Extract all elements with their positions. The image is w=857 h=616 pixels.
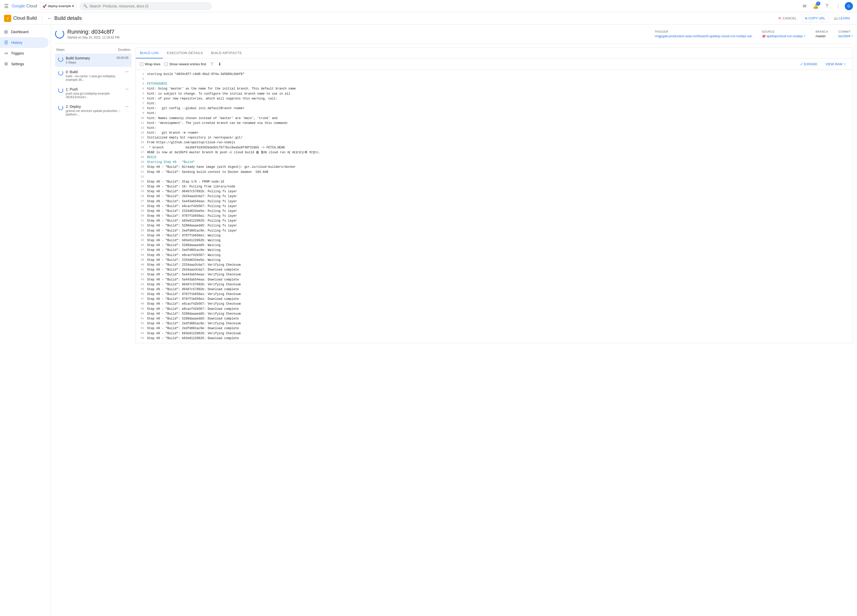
wrap-lines-checkbox[interactable]: [140, 62, 143, 66]
github-icon: 🐙: [762, 34, 766, 38]
log-line-num: 39: [138, 258, 147, 263]
log-line: 19Starting Step #0 - "Build": [136, 160, 853, 165]
expand-button[interactable]: ⤢ EXPAND: [797, 61, 821, 68]
log-line-content: Step #0 - "Build": 2334d631be5e: Pulling…: [147, 209, 851, 214]
sidebar-item-dashboard[interactable]: ⊞ Dashboard: [0, 26, 49, 37]
log-line-num: 36: [138, 243, 147, 248]
log-line-num: 24: [138, 184, 147, 189]
project-icon: 🚀: [42, 4, 46, 8]
show-newest-checkbox[interactable]: [164, 62, 168, 66]
steps-list: Steps Duration Build Summary 3 Steps 00:…: [55, 48, 131, 343]
log-line-num: 6: [138, 96, 147, 101]
log-line: 28Step #0 - "Build": e6cacf42b567: Pulli…: [136, 204, 853, 209]
log-line-num: 46: [138, 292, 147, 297]
notification-badge: 5: [816, 2, 820, 6]
log-line: 40Step #0 - "Build": 2334aaa3cba7: Verif…: [136, 263, 853, 268]
step-duration-deploy: —: [125, 105, 128, 108]
log-line: 43Step #0 - "Build": 5a443ab54eaa: Downl…: [136, 277, 853, 282]
log-line-content: hint:: [147, 111, 851, 116]
log-line: 13hint: git branch -m <name>: [136, 130, 853, 135]
log-line-num: 40: [138, 263, 147, 268]
source-link[interactable]: 🐙 apeltop/cloud-run-nodejs ↗: [762, 34, 805, 38]
log-line: 20Step #0 - "Build": Already have image …: [136, 165, 853, 170]
filter-icon[interactable]: ⊤: [210, 62, 214, 67]
log-line-content: HEAD is now at be16bf4 master branch 에 p…: [147, 150, 851, 155]
step-item-deploy[interactable]: 2: Deploy gcloud run services update pro…: [55, 102, 131, 119]
view-raw-button[interactable]: VIEW RAW ↗: [822, 61, 849, 68]
google-cloud-logo: Google Cloud: [12, 4, 37, 8]
project-name: deploy-example: [48, 4, 71, 8]
sidebar-item-settings[interactable]: ⚙ Settings: [0, 59, 49, 70]
log-panel: BUILD LOG EXECUTION DETAILS BUILD ARTIFA…: [136, 48, 853, 343]
back-button[interactable]: ←: [47, 15, 52, 21]
log-line-num: 10: [138, 116, 147, 121]
copy-url-button[interactable]: ⧉ COPY URL: [802, 14, 828, 22]
step-item-push[interactable]: 1: Push push asia.gcr.io/deploy-example-…: [55, 85, 131, 102]
step-item-summary[interactable]: Build Summary 3 Steps 00:00:09: [55, 54, 131, 67]
menu-icon[interactable]: ☰: [4, 3, 9, 9]
step-content-summary: Build Summary 3 Steps: [66, 56, 114, 64]
log-line: 9hint:: [136, 111, 853, 116]
cancel-button[interactable]: ✕ CANCEL: [775, 14, 800, 22]
search-bar[interactable]: 🔍: [79, 2, 212, 10]
log-line-content: [147, 77, 851, 82]
app-layout: ⊞ Dashboard ☰ History ⇒ Triggers ⚙ Setti…: [0, 25, 857, 616]
commit-link[interactable]: be16bf4 ↗: [838, 34, 853, 38]
log-line-content: hint: of your new repositories, which wi…: [147, 96, 851, 101]
log-line: 5hint: is subject to change. To configur…: [136, 91, 853, 96]
log-line-content: FETCHSOURCE: [147, 82, 851, 87]
external-link-icon: ↗: [803, 35, 806, 37]
meta-branch: Branch master: [816, 30, 828, 38]
more-icon: ⋮: [836, 3, 840, 9]
log-line-content: Step #0 - "Build": 5a443ab54eaa: Verifyi…: [147, 272, 851, 277]
notification-btn[interactable]: 🔔 5: [811, 2, 820, 11]
log-content[interactable]: 1starting build "d034c8f7-c9d0-46a2-8f4a…: [136, 70, 853, 343]
log-line: 38Step #0 - "Build": e6cacf42b567: Waiti…: [136, 253, 853, 258]
user-avatar[interactable]: G: [845, 2, 853, 10]
help-btn[interactable]: ?: [822, 2, 832, 11]
log-line-num: 29: [138, 209, 147, 214]
mail-icon-btn[interactable]: ✉: [800, 2, 809, 11]
search-input[interactable]: [90, 4, 208, 8]
dashboard-icon: ⊞: [4, 29, 8, 35]
learn-button[interactable]: 📖 LEARN: [831, 15, 853, 22]
tab-build-artifacts[interactable]: BUILD ARTIFACTS: [207, 48, 246, 58]
project-selector[interactable]: 🚀 deploy-example ▾: [40, 3, 76, 9]
nav-icons: ✉ 🔔 5 ? ⋮ G: [800, 2, 853, 11]
log-line-num: 21: [138, 170, 147, 175]
cancel-label: CANCEL: [783, 16, 797, 20]
step-item-build[interactable]: 0: Build build --no-cache -t asia.gcr.io…: [55, 67, 131, 84]
show-newest-text: Show newest entries first: [169, 62, 206, 66]
download-icon[interactable]: ⬇: [218, 62, 221, 67]
more-options-btn[interactable]: ⋮: [834, 2, 843, 11]
log-line-content: Step #0 - "Build": 5a443ab54eaa: Downloa…: [147, 277, 851, 282]
log-line-content: Step #0 - "Build": b83e61228626: Waiting: [147, 238, 851, 243]
sidebar-item-history[interactable]: ☰ History: [0, 37, 49, 48]
log-line: 23Step #0 - "Build": Step 1/6 : FROM nod…: [136, 180, 853, 184]
tab-execution-details[interactable]: EXECUTION DETAILS: [163, 48, 207, 58]
log-line: 6hint: of your new repositories, which w…: [136, 96, 853, 101]
sidebar-item-label-history: History: [11, 40, 22, 45]
log-line-num: 19: [138, 160, 147, 165]
wrap-lines-label[interactable]: Wrap lines: [140, 62, 160, 66]
trigger-link[interactable]: rmgpgab-production-asia-northeast3-apelt…: [654, 34, 752, 38]
step-sub-summary: 3 Steps: [66, 61, 114, 64]
log-line-num: 5: [138, 91, 147, 96]
sidebar-item-triggers[interactable]: ⇒ Triggers: [0, 48, 49, 59]
tab-build-log[interactable]: BUILD LOG: [136, 48, 163, 58]
log-line-num: 49: [138, 307, 147, 311]
steps-panel: Steps Duration Build Summary 3 Steps 00:…: [55, 48, 853, 343]
log-line: 2: [136, 77, 853, 82]
log-line: 14Initialized empty Git repository in /w…: [136, 135, 853, 140]
log-line-content: Step #0 - "Build": 2334aaa3cba7: Verifyi…: [147, 263, 851, 268]
log-line-content: Step #0 - "Build": 9707f1b650a1: Downloa…: [147, 297, 851, 302]
step-duration-push: —: [125, 87, 128, 91]
show-newest-label[interactable]: Show newest entries first: [164, 62, 206, 66]
log-line-num: 8: [138, 106, 147, 111]
log-line-content: Step #0 - "Build": 2edfd001ac9e: Verifyi…: [147, 321, 851, 326]
log-line-num: 44: [138, 282, 147, 287]
log-line-num: 45: [138, 287, 147, 292]
log-line-content: Starting Step #0 - "Build": [147, 160, 851, 165]
log-line-content: Step #0 - "Build": 2edfd001ac9e: Pulling…: [147, 229, 851, 233]
log-line-content: Step #0 - "Build": Already have image (w…: [147, 165, 851, 170]
